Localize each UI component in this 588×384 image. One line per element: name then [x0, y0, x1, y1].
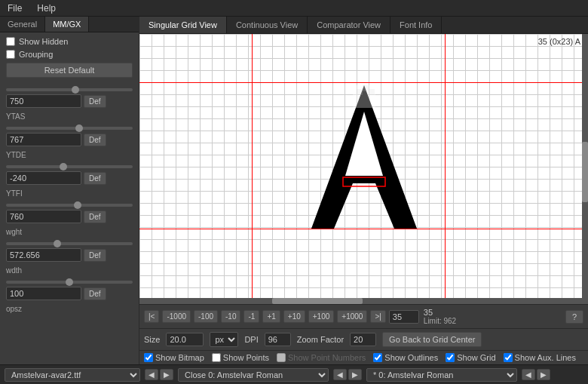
param-section-ytfi: YTFI Def: [6, 189, 133, 223]
reset-default-button[interactable]: Reset Default: [6, 63, 133, 78]
font-prev-btn[interactable]: ◀: [333, 369, 347, 380]
checkbox-bar: Show Bitmap Show Points Show Point Numbe…: [139, 350, 588, 364]
active-font-prev-btn[interactable]: ◀: [522, 369, 535, 380]
show-aux-lines-checkbox[interactable]: [504, 353, 513, 362]
param-input-ytas[interactable]: [6, 133, 81, 146]
font-nav-arrows: ◀ ▶: [333, 369, 362, 380]
tab-comparator[interactable]: Comparator View: [308, 17, 390, 33]
nav-bar: |< -1000 -100 -10 -1 +1 +10 +100 +1000 >…: [139, 304, 588, 328]
active-font-nav-arrows: ◀ ▶: [522, 369, 550, 380]
show-hidden-row: Show Hidden: [6, 37, 133, 46]
unit-select[interactable]: px pt mm: [210, 332, 238, 347]
scrollbar-right[interactable]: [582, 34, 588, 304]
size-input[interactable]: [166, 333, 204, 346]
nav-value-info: 35 Limit: 962: [424, 308, 456, 325]
show-grid-item[interactable]: Show Grid: [446, 353, 495, 362]
param-def-btn-ytde[interactable]: Def: [84, 172, 106, 185]
param-slider-ytas[interactable]: [6, 127, 133, 130]
param-def-btn-ytas[interactable]: Def: [84, 134, 106, 146]
param-label-wght: wght: [6, 228, 133, 236]
show-points-item[interactable]: Show Points: [212, 353, 269, 362]
nav-limit-label: Limit: 962: [424, 317, 456, 325]
left-tab-bar: General MM/GX: [0, 17, 139, 32]
grid-center-button[interactable]: Go Back to Grid Center: [382, 332, 482, 347]
nav-btn-last[interactable]: >|: [370, 310, 385, 323]
show-point-numbers-checkbox: [277, 353, 286, 362]
nav-btn-minus10[interactable]: -10: [221, 310, 240, 323]
zoom-input[interactable]: [350, 333, 376, 346]
tab-mmgx[interactable]: MM/GX: [45, 17, 89, 32]
show-outlines-item[interactable]: Show Outlines: [373, 353, 438, 362]
status-bar: Amstelvar-avar2.ttf ◀ ▶ Close 0: Amstelv…: [0, 364, 588, 384]
grouping-row: Grouping: [6, 50, 133, 59]
left-panel: General MM/GX Show Hidden Grouping Reset…: [0, 17, 139, 364]
param-slider-0[interactable]: [6, 88, 133, 91]
param-input-0[interactable]: [6, 94, 81, 108]
red-vline-right: [445, 34, 446, 304]
show-point-numbers-label: Show Point Numbers: [288, 353, 366, 362]
show-aux-lines-item[interactable]: Show Aux. Lines: [504, 353, 576, 362]
nav-btn-minus1[interactable]: -1: [243, 310, 259, 323]
menu-file[interactable]: File: [5, 2, 25, 15]
tab-font-info[interactable]: Font Info: [390, 17, 442, 33]
tab-continuous[interactable]: Continuous View: [227, 17, 308, 33]
show-bitmap-item[interactable]: Show Bitmap: [144, 353, 204, 362]
menubar: File Help: [0, 0, 588, 17]
scrollbar-bottom[interactable]: [139, 298, 582, 304]
param-input-row-wdth: Def: [6, 287, 133, 300]
scrollbar-bottom-handle[interactable]: [272, 298, 363, 304]
close-font-select[interactable]: Close 0: Amstelvar Roman: [178, 368, 329, 382]
show-point-numbers-item: Show Point Numbers: [277, 353, 366, 362]
nav-btn-minus100[interactable]: -100: [194, 310, 218, 323]
tab-singular-grid[interactable]: Singular Grid View: [139, 17, 227, 33]
nav-btn-plus1[interactable]: +1: [262, 310, 280, 323]
param-section-ytde: YTDE Def: [6, 151, 133, 185]
param-input-ytde[interactable]: [6, 171, 81, 185]
param-def-btn-wght[interactable]: Def: [84, 249, 106, 262]
settings-bar: Size px pt mm DPI Zoom Factor Go Back to…: [139, 328, 588, 350]
param-slider-ytfi[interactable]: [6, 204, 133, 207]
nav-btn-plus100[interactable]: +100: [308, 310, 335, 323]
nav-btn-plus1000[interactable]: +1000: [337, 310, 367, 323]
tab-general[interactable]: General: [0, 17, 45, 32]
grouping-label: Grouping: [19, 50, 53, 59]
param-section-ytas: YTAS Def: [6, 112, 133, 146]
show-grid-checkbox[interactable]: [446, 353, 455, 362]
show-outlines-checkbox[interactable]: [373, 353, 382, 362]
size-label: Size: [144, 335, 160, 344]
param-input-ytfi[interactable]: [6, 210, 81, 223]
corner-label: 35 (0x23) A: [538, 37, 580, 46]
param-input-wdth[interactable]: [6, 287, 81, 300]
nav-value-input[interactable]: [389, 310, 419, 324]
active-font-next-btn[interactable]: ▶: [537, 369, 550, 380]
file-select[interactable]: Amstelvar-avar2.ttf: [5, 368, 140, 382]
grouping-checkbox[interactable]: [6, 50, 15, 59]
nav-btn-minus1000[interactable]: -1000: [162, 310, 191, 323]
param-input-row-wght: Def: [6, 248, 133, 262]
show-hidden-checkbox[interactable]: [6, 37, 15, 46]
param-input-row-ytde: Def: [6, 171, 133, 185]
nav-help-button[interactable]: ?: [565, 310, 583, 324]
active-font-select[interactable]: * 0: Amstelvar Roman: [366, 368, 517, 382]
param-slider-wdth[interactable]: [6, 281, 133, 284]
file-prev-btn[interactable]: ◀: [145, 369, 158, 380]
param-slider-ytde[interactable]: [6, 165, 133, 168]
param-def-btn-0[interactable]: Def: [84, 95, 106, 108]
param-label-opsz: opsz: [6, 305, 133, 313]
show-bitmap-checkbox[interactable]: [144, 353, 153, 362]
param-section-wdth: wdth Def: [6, 266, 133, 300]
param-def-btn-wdth[interactable]: Def: [84, 287, 106, 300]
param-input-row-0: Def: [6, 94, 133, 108]
param-label-ytfi: YTFI: [6, 189, 133, 198]
menu-help[interactable]: Help: [34, 2, 59, 15]
nav-btn-plus10[interactable]: +10: [283, 310, 305, 323]
font-next-btn[interactable]: ▶: [348, 369, 362, 380]
param-input-wght[interactable]: [6, 248, 81, 262]
dpi-input[interactable]: [265, 333, 291, 346]
param-def-btn-ytfi[interactable]: Def: [84, 210, 106, 223]
param-slider-wght[interactable]: [6, 242, 133, 245]
file-next-btn[interactable]: ▶: [160, 369, 173, 380]
show-points-checkbox[interactable]: [212, 353, 221, 362]
nav-btn-first[interactable]: |<: [144, 310, 159, 323]
scrollbar-right-handle[interactable]: [582, 142, 588, 202]
